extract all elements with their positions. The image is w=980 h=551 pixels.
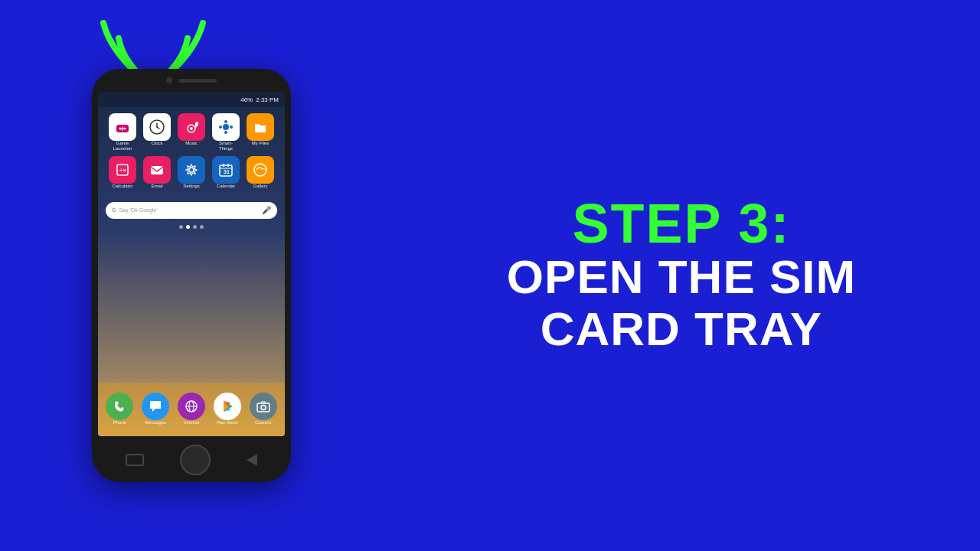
step-line1: OPEN THE SIM	[507, 251, 856, 303]
svg-point-14	[230, 126, 233, 129]
status-time: 2:33 PM	[256, 96, 279, 103]
mic-icon: 🎤	[262, 206, 271, 214]
app-email[interactable]: Email	[140, 156, 174, 189]
app-row-1: GameLauncher Clock Music	[106, 113, 277, 152]
svg-point-12	[224, 131, 227, 134]
app-row-2: ÷× Calculator Email	[106, 156, 277, 189]
app-myfiles[interactable]: My Files	[243, 113, 277, 152]
nav-back[interactable]	[247, 454, 257, 466]
step-line2: CARD TRAY	[507, 303, 856, 355]
status-bar: 46% 2:33 PM	[98, 92, 285, 107]
app-grid: GameLauncher Clock Music	[98, 107, 285, 196]
svg-point-11	[224, 120, 227, 123]
svg-point-33	[261, 406, 266, 410]
phone-body: 46% 2:33 PM GameLauncher	[92, 69, 291, 482]
dock-label-messages: Messages	[145, 420, 166, 425]
svg-point-18	[189, 168, 194, 172]
dock-label-playstore: Play Store	[217, 420, 238, 425]
dock-phone[interactable]: Phone	[103, 393, 136, 425]
phone-top	[92, 69, 291, 92]
left-section: 46% 2:33 PM GameLauncher	[0, 0, 383, 551]
phone: 46% 2:33 PM GameLauncher	[92, 69, 291, 482]
step-description: OPEN THE SIM CARD TRAY	[507, 251, 856, 355]
svg-point-10	[223, 124, 229, 130]
app-label-smart: Smart-Things	[219, 141, 233, 152]
app-game-launcher[interactable]: GameLauncher	[106, 113, 139, 152]
nav-recent[interactable]	[126, 454, 144, 466]
speaker	[178, 79, 217, 83]
dock-camera[interactable]: Camera	[247, 393, 280, 425]
app-clock[interactable]: Clock	[140, 113, 174, 152]
dock-label-camera: Camera	[255, 420, 271, 425]
front-camera	[166, 77, 172, 83]
app-calculator[interactable]: ÷× Calculator	[106, 156, 139, 189]
svg-line-7	[157, 127, 159, 129]
svg-point-13	[219, 126, 222, 129]
dot-4	[200, 225, 204, 229]
right-section: STEP 3: OPEN THE SIM CARD TRAY	[383, 165, 980, 386]
svg-rect-17	[151, 166, 163, 174]
app-label-clock: Clock	[151, 141, 162, 146]
app-label-calc: Calculator	[112, 184, 132, 189]
app-label-game: GameLauncher	[113, 141, 132, 152]
app-label-email: Email	[151, 184, 162, 189]
app-music[interactable]: Music	[175, 113, 208, 152]
phone-screen: 46% 2:33 PM GameLauncher	[98, 92, 285, 436]
dock-label-internet: Internet	[184, 420, 199, 425]
dock-playstore[interactable]: Play Store	[211, 393, 244, 425]
app-label-gallery: Gallery	[253, 184, 267, 189]
svg-point-24	[254, 164, 266, 176]
app-label-settings: Settings	[183, 184, 200, 189]
phone-nav	[92, 438, 291, 482]
step-number: STEP 3:	[507, 196, 856, 251]
search-placeholder: Say 'Ok Google'	[119, 207, 259, 213]
dock-messages[interactable]: Messages	[139, 393, 172, 425]
nav-home[interactable]	[180, 445, 211, 475]
dot-3	[193, 225, 197, 229]
svg-text:÷×: ÷×	[119, 167, 126, 174]
app-label-files: My Files	[252, 141, 269, 146]
svg-rect-4	[120, 129, 125, 129]
app-gallery[interactable]: Gallery	[243, 156, 277, 189]
dot-1	[179, 225, 183, 229]
svg-text:31: 31	[224, 169, 230, 174]
app-label-calendar: Calendar	[217, 184, 235, 189]
svg-point-9	[190, 127, 193, 130]
app-settings[interactable]: Settings	[175, 156, 208, 189]
page-dots	[98, 225, 285, 229]
dock-label-phone: Phone	[113, 420, 126, 425]
app-smartthings[interactable]: Smart-Things	[209, 113, 243, 152]
dock: Phone Messages Internet	[98, 383, 285, 436]
search-bar[interactable]: G Say 'Ok Google' 🎤	[106, 202, 277, 219]
google-logo: G	[112, 207, 116, 213]
status-info: 46%	[240, 96, 253, 103]
app-calendar[interactable]: 31 Calendar	[209, 156, 243, 189]
svg-rect-32	[257, 403, 270, 412]
step-text: STEP 3: OPEN THE SIM CARD TRAY	[507, 196, 856, 355]
dot-2	[186, 225, 190, 229]
app-label-music: Music	[185, 141, 198, 146]
dock-internet[interactable]: Internet	[175, 393, 208, 425]
